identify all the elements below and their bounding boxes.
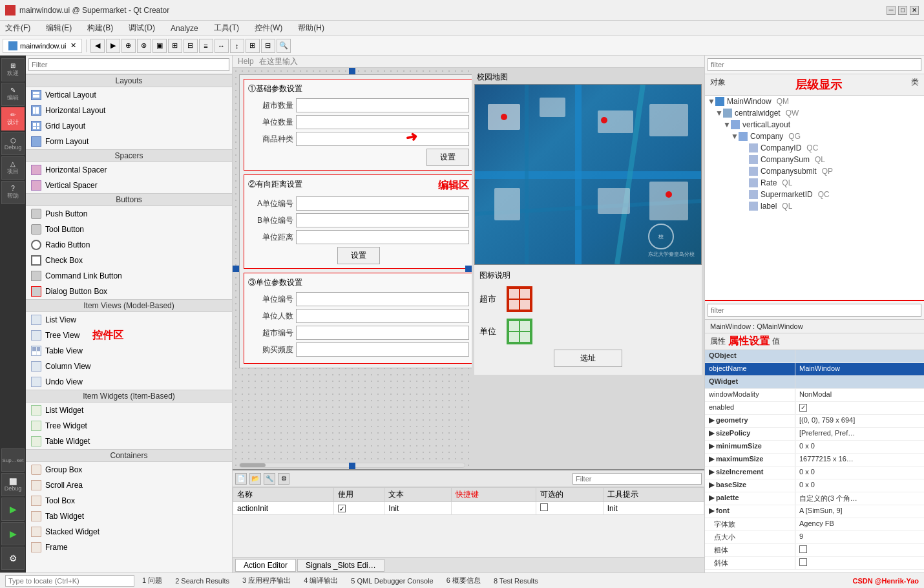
resize-handle-right[interactable] bbox=[465, 266, 472, 272]
status-app-output[interactable]: 3 应用程序输出 bbox=[237, 576, 296, 585]
status-compile-output[interactable]: 4 编译输出 bbox=[299, 576, 343, 585]
widget-item-vertical-layout[interactable]: Vertical Layout bbox=[26, 87, 232, 103]
tree-item-centralwidget[interactable]: ▼ centralwidget QW bbox=[705, 107, 924, 119]
expand-centralwidget[interactable]: ▼ bbox=[715, 109, 723, 118]
expand-mainwindow[interactable]: ▼ bbox=[708, 97, 715, 106]
widget-item-grid-layout[interactable]: Grid Layout bbox=[26, 118, 232, 134]
toolbar-btn-3[interactable]: ⊕ bbox=[121, 39, 136, 53]
toolbar-btn-11[interactable]: ⊞ bbox=[246, 39, 260, 53]
widget-item-table-widget[interactable]: Table Widget bbox=[26, 434, 232, 449]
toolbar-btn-9[interactable]: ↔ bbox=[215, 39, 229, 53]
bold-checkbox[interactable] bbox=[799, 545, 807, 553]
tool-debug2[interactable]: ⬜ Debug bbox=[1, 473, 25, 496]
props-row-ziti[interactable]: 字体族 Agency FB bbox=[705, 518, 924, 531]
tree-item-companysubmit[interactable]: Companysubmit QP bbox=[705, 165, 924, 177]
widget-item-check-box[interactable]: Check Box bbox=[26, 253, 232, 268]
props-row-windowmodality[interactable]: windowModality NonModal bbox=[705, 389, 924, 402]
tree-item-supermarketid[interactable]: SupermarketID QC bbox=[705, 189, 924, 200]
unit-a-input[interactable] bbox=[296, 196, 469, 211]
widget-item-push-button[interactable]: Push Button bbox=[26, 206, 232, 222]
widget-item-frame[interactable]: Frame bbox=[26, 540, 232, 555]
tab-action-editor[interactable]: Action Editor bbox=[235, 559, 296, 572]
widget-item-command-link[interactable]: Command Link Button bbox=[26, 268, 232, 284]
menu-file[interactable]: 文件(F) bbox=[3, 21, 33, 35]
widget-item-table-view[interactable]: Table View bbox=[26, 343, 232, 359]
unit-distance-input[interactable] bbox=[296, 230, 469, 244]
tool-welcome[interactable]: ⊞ 欢迎 bbox=[1, 58, 25, 81]
widget-item-scroll-area[interactable]: Scroll Area bbox=[26, 478, 232, 493]
toolbar-btn-13[interactable]: 🔍 bbox=[277, 39, 291, 53]
tab-signals-slots[interactable]: Signals _Slots Edi… bbox=[297, 559, 384, 572]
expand-verticallayout[interactable]: ▼ bbox=[723, 120, 731, 129]
close-button[interactable]: ✕ bbox=[910, 6, 919, 15]
tool-run[interactable]: ▶ bbox=[1, 498, 25, 521]
italic-checkbox[interactable] bbox=[799, 558, 807, 566]
status-summary[interactable]: 6 概要信息 bbox=[441, 576, 486, 585]
section1-set-button[interactable]: 设置 bbox=[426, 149, 469, 166]
action-icon-3[interactable]: 🔧 bbox=[264, 473, 275, 485]
tree-item-label[interactable]: label QL bbox=[705, 200, 924, 212]
widget-item-tab-widget[interactable]: Tab Widget bbox=[26, 509, 232, 524]
status-problems[interactable]: 1 问题 bbox=[137, 576, 167, 585]
widget-item-horizontal-spacer[interactable]: Horizontal Spacer bbox=[26, 162, 232, 178]
toolbar-btn-1[interactable]: ◀ bbox=[90, 39, 105, 53]
toolbar-btn-5[interactable]: ▣ bbox=[152, 39, 167, 53]
widget-item-list-widget[interactable]: List Widget bbox=[26, 403, 232, 418]
tool-help[interactable]: ? 帮助 bbox=[1, 181, 25, 204]
right-filter-input[interactable] bbox=[708, 58, 921, 71]
tool-project[interactable]: △ 项目 bbox=[1, 156, 25, 180]
widget-item-tree-widget[interactable]: Tree Widget bbox=[26, 418, 232, 434]
widget-item-tree-view[interactable]: Tree View 控件区 bbox=[26, 328, 232, 343]
menu-debug[interactable]: 调试(D) bbox=[126, 21, 158, 35]
action-selectable-checkbox[interactable] bbox=[540, 503, 548, 511]
tool-debug[interactable]: ⬡ Debug bbox=[1, 132, 25, 155]
select-location-button[interactable]: 选址 bbox=[554, 350, 622, 367]
props-row-font[interactable]: ▶ font A [SimSun, 9] bbox=[705, 505, 924, 518]
action-icon-2[interactable]: 📂 bbox=[249, 473, 261, 485]
menu-edit[interactable]: 编辑(E) bbox=[43, 21, 74, 35]
widget-item-vertical-spacer[interactable]: Vertical Spacer bbox=[26, 178, 232, 193]
widget-item-dialog-button[interactable]: Dialog Button Box bbox=[26, 284, 232, 299]
section2-set-button[interactable]: 设置 bbox=[337, 247, 380, 264]
props-row-fontsize[interactable]: 点大小 9 bbox=[705, 531, 924, 544]
enabled-checkbox[interactable] bbox=[799, 404, 807, 412]
status-test-results[interactable]: 8 Test Results bbox=[488, 577, 543, 585]
unit-count-input[interactable] bbox=[296, 115, 469, 129]
action-icon-1[interactable]: 📄 bbox=[235, 473, 247, 485]
tool-run2[interactable]: ▶ bbox=[1, 522, 25, 545]
tree-item-rate[interactable]: Rate QL bbox=[705, 177, 924, 189]
action-use-checkbox[interactable] bbox=[338, 505, 346, 512]
supermarket-count-input[interactable] bbox=[296, 98, 469, 112]
widget-item-column-view[interactable]: Column View bbox=[26, 359, 232, 374]
resize-handle-top[interactable] bbox=[349, 68, 355, 74]
file-tab[interactable]: mainwindow.ui ✕ bbox=[3, 39, 82, 53]
props-row-sizeincrement[interactable]: ▶ sizeIncrement 0 x 0 bbox=[705, 467, 924, 479]
action-filter-input[interactable] bbox=[572, 473, 702, 485]
widget-item-tool-box[interactable]: Tool Box bbox=[26, 493, 232, 509]
toolbar-btn-4[interactable]: ⊗ bbox=[137, 39, 151, 53]
tree-item-company[interactable]: ▼ Company QG bbox=[705, 131, 924, 142]
status-qml-debugger[interactable]: 5 QML Debugger Console bbox=[346, 577, 438, 585]
supermarket-id-input[interactable] bbox=[296, 326, 469, 340]
purchase-freq-input[interactable] bbox=[296, 342, 469, 357]
menu-analyze[interactable]: Analyze bbox=[168, 23, 201, 34]
widget-item-form-layout[interactable]: Form Layout bbox=[26, 134, 232, 149]
toolbar-btn-7[interactable]: ⊟ bbox=[184, 39, 198, 53]
tool-edit[interactable]: ✎ 编辑 bbox=[1, 83, 25, 106]
resize-handle-left[interactable] bbox=[233, 266, 239, 272]
unit-b-input[interactable] bbox=[296, 213, 469, 227]
props-row-basesize[interactable]: ▶ baseSize 0 x 0 bbox=[705, 479, 924, 492]
tool-supermarket[interactable]: Sup…ket bbox=[1, 448, 25, 472]
props-row-enabled[interactable]: enabled bbox=[705, 402, 924, 415]
product-type-input[interactable] bbox=[296, 132, 469, 146]
tree-item-mainwindow[interactable]: ▼ MainWindow QM bbox=[705, 96, 924, 107]
props-row-italic[interactable]: 斜体 bbox=[705, 557, 924, 570]
toolbar-btn-10[interactable]: ↕ bbox=[230, 39, 244, 53]
toolbar-btn-8[interactable]: ≡ bbox=[199, 39, 213, 53]
widget-item-radio-button[interactable]: Radio Button bbox=[26, 237, 232, 253]
resize-handle-bottom[interactable] bbox=[349, 463, 355, 469]
toolbar-btn-6[interactable]: ⊞ bbox=[168, 39, 182, 53]
props-row-palette[interactable]: ▶ palette 自定义的(3 个角… bbox=[705, 492, 924, 505]
props-row-objectname[interactable]: objectName MainWindow bbox=[705, 363, 924, 376]
widget-item-list-view[interactable]: List View bbox=[26, 312, 232, 328]
